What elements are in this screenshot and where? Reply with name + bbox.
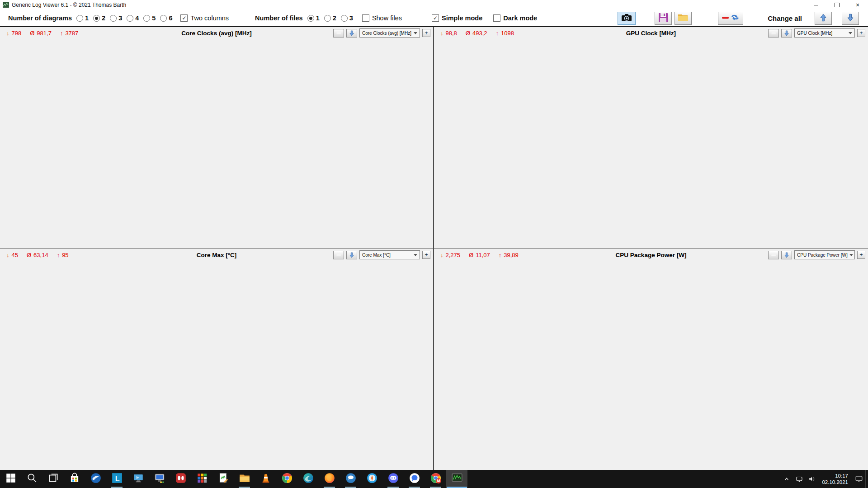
- signal-select-value: Core Max [°C]: [362, 253, 391, 258]
- add-signal-button[interactable]: +: [422, 29, 430, 37]
- chart-stats: ↓45 Ø63,14 ↑95: [6, 252, 69, 258]
- simple-mode-label: Simple mode: [442, 14, 482, 22]
- taskbar-apps: LM: [0, 470, 467, 488]
- taskbar-screen-share-button[interactable]: [127, 470, 149, 488]
- system-tray: 10:17 02.10.2021: [780, 470, 868, 488]
- close-button[interactable]: ×: [847, 0, 868, 10]
- taskbar-start-button[interactable]: [0, 470, 21, 488]
- avg-glyph: Ø: [30, 30, 34, 37]
- charts-grid: ↓798 Ø981,7 ↑3787 Core Clocks (avg) [MHz…: [0, 27, 868, 470]
- taskbar-clock[interactable]: 10:17 02.10.2021: [822, 473, 848, 486]
- min-glyph: ↓: [6, 30, 9, 37]
- files-radio-2[interactable]: [324, 15, 331, 22]
- taskbar-discord-button[interactable]: [382, 470, 404, 488]
- diagrams-radio-5[interactable]: [143, 15, 150, 22]
- taskbar-file-explorer-button[interactable]: [234, 470, 255, 488]
- minimize-button[interactable]: [806, 0, 826, 10]
- add-signal-button[interactable]: +: [422, 251, 430, 259]
- compass-icon: [366, 472, 378, 486]
- maximize-button[interactable]: [826, 0, 847, 10]
- volume-icon[interactable]: [806, 475, 818, 483]
- chart-plot-area[interactable]: [434, 39, 868, 249]
- chart-plot-area[interactable]: [0, 39, 433, 249]
- taskbar-chrome-mail-button[interactable]: M: [425, 470, 446, 488]
- move-up-arrow-icon: [820, 14, 826, 23]
- dark-mode-checkbox[interactable]: [493, 14, 500, 22]
- taskbar-task-view-button[interactable]: [42, 470, 64, 488]
- taskbar-compass-button[interactable]: [361, 470, 382, 488]
- signal-select[interactable]: Core Max [°C]: [359, 250, 420, 259]
- hw-monitor-icon: [154, 472, 165, 486]
- line-style-refresh-button[interactable]: [718, 12, 743, 25]
- move-chart-down-button[interactable]: [781, 29, 792, 38]
- signal-select[interactable]: Core Clocks (avg) [MHz]: [359, 28, 420, 38]
- min-value: 45: [12, 252, 18, 258]
- avg-glyph: Ø: [469, 252, 473, 258]
- taskbar-cube-button[interactable]: [191, 470, 212, 488]
- add-signal-button[interactable]: +: [857, 29, 865, 37]
- move-chart-up-button[interactable]: 1100100090080070060050040030020010000:00…: [768, 29, 779, 38]
- tray-expand-chevron-icon[interactable]: [780, 475, 793, 483]
- taskbar-log-notepad-button[interactable]: [212, 470, 234, 488]
- files-radio-3[interactable]: [341, 15, 348, 22]
- meet-now-icon[interactable]: [793, 475, 806, 483]
- move-chart-up-button[interactable]: 959085807570656055504500:0000:0500:1000:…: [333, 251, 344, 259]
- taskbar: LM 10:17 02.10.2021: [0, 470, 868, 488]
- signal-select[interactable]: GPU Clock [MHz]: [794, 28, 855, 38]
- taskbar-red-eyes-button[interactable]: [170, 470, 191, 488]
- taskbar-l-app-button[interactable]: L: [106, 470, 127, 488]
- diagrams-radio-4[interactable]: [127, 15, 133, 22]
- move-chart-up-button[interactable]: 40353025201510500:0000:0500:1000:1500:20…: [768, 251, 779, 259]
- chart-panel-cpu-power: ↓2,275 Ø11,07 ↑39,89 CPU Package Power […: [434, 249, 868, 470]
- taskbar-search-button[interactable]: [21, 470, 42, 488]
- taskbar-chrome-button[interactable]: [276, 470, 297, 488]
- change-all-up-button[interactable]: [815, 12, 832, 25]
- diagrams-radio-1-label: 1: [85, 14, 89, 22]
- window-title: Generic Log Viewer 6.1 - © 2021 Thomas B…: [12, 2, 126, 8]
- signal-icon: [409, 472, 420, 486]
- move-chart-down-button[interactable]: [781, 251, 792, 259]
- add-signal-button[interactable]: +: [857, 251, 865, 259]
- taskbar-blue-swoosh-button[interactable]: [85, 470, 106, 488]
- taskbar-store-button[interactable]: [64, 470, 85, 488]
- diagrams-radio-6[interactable]: [160, 15, 167, 22]
- chart-stats: ↓98,8 Ø493,2 ↑1098: [440, 30, 514, 37]
- action-center-icon[interactable]: [853, 475, 865, 483]
- diagrams-radio-1[interactable]: [76, 15, 83, 22]
- chart-plot-area[interactable]: [434, 261, 868, 470]
- diagrams-radio-3[interactable]: [110, 15, 117, 22]
- taskbar-chat-bubble-button[interactable]: [340, 470, 361, 488]
- show-files-checkbox[interactable]: [362, 14, 369, 22]
- avg-value: 981,7: [37, 30, 52, 37]
- taskbar-signal-button[interactable]: [404, 470, 425, 488]
- log-notepad-icon: [217, 472, 229, 486]
- change-all-down-button[interactable]: [842, 12, 859, 25]
- show-desktop-button[interactable]: [865, 470, 868, 488]
- clock-date: 02.10.2021: [822, 479, 848, 485]
- move-chart-up-button[interactable]: 3800360034003200300028002600240022002000…: [333, 29, 344, 38]
- max-glyph: ↑: [60, 30, 63, 37]
- taskbar-vlc-button[interactable]: [255, 470, 276, 488]
- signal-select[interactable]: CPU Package Power [W]: [794, 250, 855, 259]
- vlc-icon: [260, 472, 272, 486]
- show-files-label: Show files: [372, 14, 402, 22]
- diagrams-radio-2[interactable]: [93, 15, 100, 22]
- clock-time: 10:17: [822, 473, 848, 479]
- chart-stats: ↓2,275 Ø11,07 ↑39,89: [440, 252, 519, 258]
- open-file-button[interactable]: [675, 12, 692, 25]
- taskbar-firefox-button[interactable]: [319, 470, 340, 488]
- taskbar-edge-button[interactable]: [297, 470, 319, 488]
- taskbar-log-viewer-active-button[interactable]: [446, 470, 467, 488]
- number-of-diagrams-label: Number of diagrams: [8, 14, 72, 22]
- taskbar-hw-monitor-button[interactable]: [149, 470, 170, 488]
- move-chart-down-button[interactable]: [346, 251, 357, 259]
- firefox-icon: [324, 472, 335, 486]
- cube-icon: [196, 472, 208, 486]
- simple-mode-checkbox[interactable]: ✓: [432, 14, 439, 22]
- save-button[interactable]: [655, 12, 672, 25]
- move-chart-down-button[interactable]: [346, 29, 357, 38]
- screenshot-button[interactable]: [618, 12, 636, 25]
- two-columns-checkbox[interactable]: ✓: [180, 14, 188, 22]
- files-radio-1[interactable]: [307, 15, 314, 22]
- chart-plot-area[interactable]: [0, 261, 433, 470]
